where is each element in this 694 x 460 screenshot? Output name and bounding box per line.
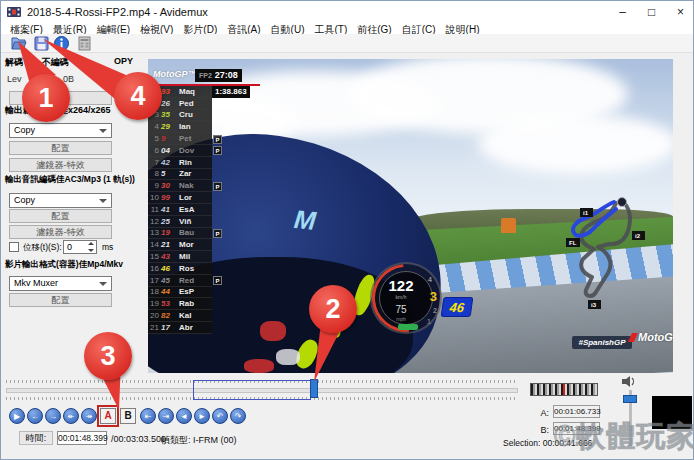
rider-number: 93 — [161, 87, 179, 96]
standings-row: 604DovP — [148, 145, 266, 157]
video-codec-select[interactable]: Copy — [9, 123, 112, 138]
volume-icon — [621, 375, 637, 388]
next-frame-button[interactable]: → — [45, 408, 61, 424]
jump-forward-button[interactable]: ↷ — [230, 408, 246, 424]
motogp-wordmark: MotoGP™ — [153, 69, 197, 79]
video-configure-button[interactable]: 配置 — [9, 141, 112, 155]
standings-position: 17 — [148, 276, 161, 285]
window-title: 2018-5-4-Rossi-FP2.mp4 - Avidemux — [27, 6, 208, 18]
timeline-handle[interactable] — [310, 379, 318, 398]
gauge-speed-alt-unit: mph — [372, 316, 430, 322]
gauge-speed-alt: 75 — [372, 304, 430, 315]
suit-red-decoration — [244, 359, 274, 373]
marker-b-button[interactable]: B — [120, 408, 136, 424]
standings-position: 9 — [148, 181, 161, 190]
current-time-field[interactable]: 00:01:48.399 — [57, 431, 107, 445]
rider-number: 30 — [161, 181, 179, 190]
audio-filters-button[interactable]: 濾鏡器-特效 — [9, 225, 112, 239]
spinner-arrows-icon[interactable] — [86, 242, 95, 252]
speed-gauge-overlay: 122 km/h 75 mph 3 4 2 1 — [370, 262, 442, 334]
previous-frame-button[interactable]: ← — [27, 408, 43, 424]
standings-row: 335Cru — [148, 110, 266, 122]
rider-number: 19 — [161, 228, 179, 237]
annotation-balloon-1: 1 — [22, 74, 70, 122]
hashtag-badge: #SpanishGP — [572, 336, 632, 349]
scrub-wheel[interactable] — [530, 383, 598, 396]
standings-position: 8 — [148, 169, 161, 178]
chevron-down-icon — [99, 199, 107, 203]
annotation-highlight-box — [97, 405, 119, 427]
rider-number: 42 — [161, 158, 179, 167]
muxer-select[interactable]: Mkv Muxer — [9, 276, 112, 291]
annotation-text-fragment: OPY — [114, 56, 133, 66]
shift-checkbox[interactable] — [9, 242, 19, 252]
rider-number: 17 — [161, 323, 179, 332]
standings-position: 11 — [148, 205, 161, 214]
save-icon[interactable] — [33, 35, 50, 52]
previous-black-frame-button[interactable]: ◄ — [176, 408, 192, 424]
gauge-gear-next: 2 — [433, 307, 437, 314]
rossi-46-logo: 46 — [441, 297, 474, 317]
standings-position: 19 — [148, 299, 161, 308]
standings-row: 1844EsP — [148, 287, 266, 299]
title-bar: 2018-5-4-Rossi-FP2.mp4 - Avidemux – □ × — [1, 1, 694, 23]
rider-number: 35 — [161, 110, 179, 119]
standings-row: 429Ian — [148, 121, 266, 133]
previous-keyframe-button[interactable]: ↞ — [63, 408, 79, 424]
rider-number: 43 — [161, 252, 179, 261]
chevron-down-icon — [99, 129, 107, 133]
standings-row: 1953Rab — [148, 298, 266, 310]
audio-configure-button[interactable]: 配置 — [9, 209, 112, 223]
standings-position: 5 — [148, 134, 161, 143]
rider-name: EsP — [179, 287, 207, 296]
pit-badge: P — [213, 276, 222, 285]
last-frame-button[interactable]: ⇥ — [158, 408, 174, 424]
rider-name: Viñ — [179, 217, 207, 226]
audio-output-header: 輸出音訊編碼佳AC3/Mp3 (1 軌(s)) — [5, 174, 135, 186]
muxer-value: Mkv Muxer — [14, 278, 58, 288]
rider-number: 25 — [161, 217, 179, 226]
minimize-button[interactable]: – — [608, 1, 637, 23]
frame-type-text: 幀類型: I-FRM (00) — [161, 434, 237, 447]
information-icon[interactable] — [53, 35, 70, 52]
svg-text:i1: i1 — [583, 210, 589, 216]
close-button[interactable]: × — [666, 1, 694, 23]
next-black-frame-button[interactable]: ► — [194, 408, 210, 424]
volume-slider-handle[interactable] — [623, 395, 637, 403]
rider-position-dot — [618, 198, 627, 207]
rider-name: Mil — [179, 252, 207, 261]
first-frame-button[interactable]: ⇤ — [140, 408, 156, 424]
output-format-header: 影片輸出格式(容器)佳Mp4/Mkv — [5, 259, 123, 271]
rider-name: Ian — [179, 122, 207, 131]
rider-number: 45 — [161, 276, 179, 285]
play-button[interactable]: ▶ — [9, 408, 25, 424]
gauge-green-pill — [398, 324, 418, 330]
shift-value: 0 — [67, 242, 72, 252]
standings-position: 21 — [148, 323, 161, 332]
maximize-button[interactable]: □ — [637, 1, 666, 23]
rider-name: Rab — [179, 299, 207, 308]
circuit-current-sector — [573, 202, 616, 236]
annotation-text-fragment: 解碼 — [5, 56, 23, 69]
jump-back-button[interactable]: ↶ — [212, 408, 228, 424]
audio-codec-select[interactable]: Copy — [9, 193, 112, 208]
shift-spinbox[interactable]: 0 — [63, 240, 97, 254]
sector-label-i1: i1 — [580, 208, 593, 217]
rider-number: 26 — [161, 99, 179, 108]
watermark-text: ©軟體玩家 — [554, 417, 694, 457]
next-keyframe-button[interactable]: ↠ — [81, 408, 97, 424]
standings-list: 193Maq1:38.863226Ped335Cru429Ian59PetP60… — [148, 86, 266, 334]
video-filters-button[interactable]: 濾鏡器-特效 — [9, 158, 112, 172]
standings-row: 1141EsA — [148, 204, 266, 216]
rider-number: 53 — [161, 299, 179, 308]
rider-name: Cru — [179, 110, 207, 119]
standings-row: 1421Mor — [148, 239, 266, 251]
standings-row: 2117Abr — [148, 322, 266, 334]
standings-position: 14 — [148, 240, 161, 249]
rider-name: Ros — [179, 264, 207, 273]
jobs-icon[interactable] — [76, 35, 93, 52]
standings-position: 7 — [148, 158, 161, 167]
standings-position: 12 — [148, 217, 161, 226]
muxer-configure-button[interactable]: 配置 — [9, 293, 112, 307]
open-file-icon[interactable] — [10, 35, 27, 52]
